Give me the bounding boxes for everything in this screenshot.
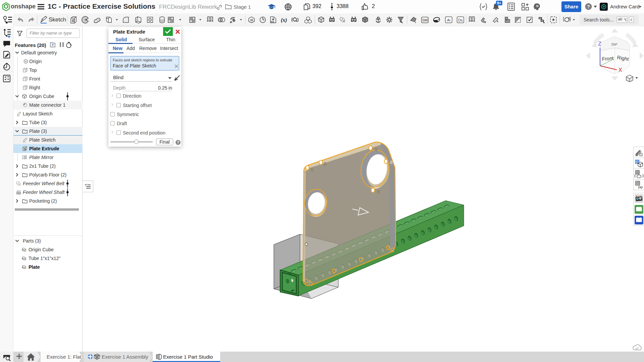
svg-text:(x): (x) [638, 185, 643, 189]
svg-text:Z: Z [598, 41, 601, 47]
svg-text:?: ? [587, 4, 590, 9]
svg-text:X: X [618, 67, 622, 73]
svg-text:Y: Y [611, 57, 613, 60]
